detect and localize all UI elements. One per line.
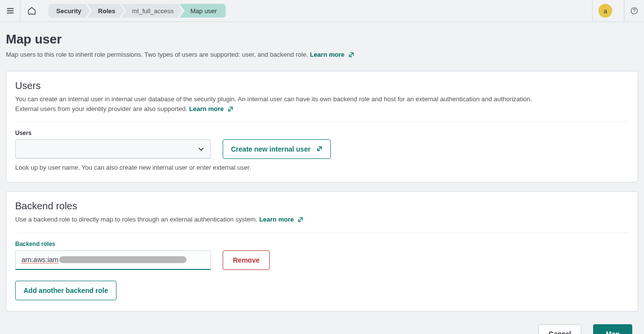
chevron-down-icon	[198, 146, 205, 153]
footer-actions: Cancel Map	[6, 320, 638, 334]
users-field-label: Users	[15, 130, 629, 136]
svg-point-4	[634, 12, 634, 13]
hamburger-icon	[6, 6, 15, 15]
users-learn-more-link[interactable]: Learn more	[189, 105, 233, 112]
create-internal-user-button[interactable]: Create new internal user	[223, 139, 331, 159]
users-select[interactable]	[15, 139, 211, 159]
external-link-icon	[228, 105, 233, 115]
help-button[interactable]	[624, 0, 644, 22]
page-title: Map user	[6, 32, 638, 47]
backend-learn-more-link[interactable]: Learn more	[259, 216, 303, 223]
cancel-button[interactable]: Cancel	[538, 324, 581, 334]
home-link[interactable]	[21, 0, 43, 22]
external-link-icon	[348, 52, 354, 59]
backend-role-input[interactable]: arn:aws:iam	[15, 250, 211, 270]
users-panel-title: Users	[15, 80, 629, 91]
backend-panel-desc: Use a backend role to directly map to ro…	[15, 215, 629, 225]
page-description: Map users to this role to inherit role p…	[6, 51, 638, 59]
redacted-text	[59, 256, 186, 263]
breadcrumb-roles[interactable]: Roles	[87, 4, 124, 18]
backend-roles-panel: Backend roles Use a backend role to dire…	[6, 191, 638, 312]
menu-toggle[interactable]	[0, 0, 21, 22]
external-link-icon	[298, 216, 303, 225]
breadcrumb-role-name[interactable]: ml_full_access	[121, 4, 183, 18]
help-icon	[630, 7, 638, 15]
external-link-icon	[317, 145, 322, 153]
add-backend-role-button[interactable]: Add another backend role	[15, 281, 116, 300]
backend-roles-field-label: Backend roles	[15, 241, 629, 247]
page-desc-text: Map users to this role to inherit role p…	[6, 51, 308, 58]
users-help-text: Look up by user name. You can also creat…	[15, 164, 629, 171]
home-icon	[27, 6, 36, 15]
breadcrumb: Security Roles ml_full_access Map user	[43, 4, 226, 18]
backend-panel-title: Backend roles	[15, 200, 629, 212]
users-panel-desc: You can create an internal user in inter…	[15, 94, 629, 114]
learn-more-link[interactable]: Learn more	[310, 51, 354, 58]
breadcrumb-map-user: Map user	[180, 4, 226, 18]
avatar[interactable]: a	[598, 4, 612, 18]
map-button[interactable]: Map	[593, 324, 632, 334]
remove-backend-role-button[interactable]: Remove	[223, 250, 270, 270]
users-panel: Users You can create an internal user in…	[6, 71, 638, 182]
breadcrumb-security[interactable]: Security	[48, 4, 90, 18]
